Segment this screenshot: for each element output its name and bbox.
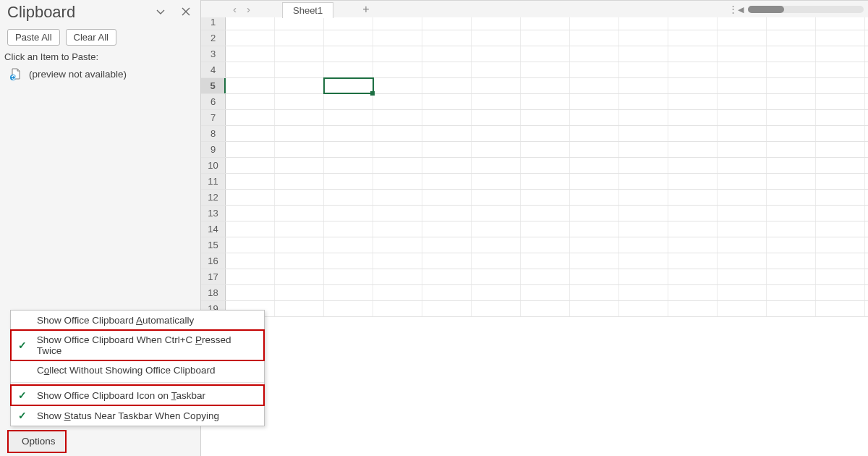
cell[interactable] bbox=[422, 46, 472, 62]
row-header[interactable]: 12 bbox=[201, 190, 226, 205]
cell[interactable] bbox=[521, 221, 570, 237]
cell[interactable] bbox=[668, 285, 718, 300]
cell[interactable] bbox=[373, 78, 422, 93]
cell[interactable] bbox=[472, 221, 521, 237]
cell[interactable] bbox=[619, 190, 668, 205]
cell[interactable] bbox=[521, 174, 570, 189]
cell[interactable] bbox=[521, 237, 570, 253]
cell[interactable] bbox=[767, 110, 816, 125]
cell[interactable] bbox=[422, 62, 472, 77]
cell[interactable] bbox=[275, 126, 324, 141]
cell[interactable] bbox=[570, 269, 619, 284]
row-header[interactable]: 2 bbox=[201, 30, 226, 46]
cell[interactable] bbox=[570, 253, 619, 269]
options-menu-item[interactable]: ✓Show Office Clipboard Icon on Taskbar bbox=[11, 385, 264, 405]
cell[interactable] bbox=[767, 253, 816, 269]
cell[interactable] bbox=[668, 301, 718, 316]
cell[interactable] bbox=[619, 301, 668, 316]
cell[interactable] bbox=[767, 30, 816, 46]
cell[interactable] bbox=[816, 301, 865, 316]
cell[interactable] bbox=[373, 237, 422, 253]
options-menu-item[interactable]: ✓Show Office Clipboard When Ctrl+C Press… bbox=[11, 330, 264, 360]
cell[interactable] bbox=[324, 206, 373, 221]
cell[interactable] bbox=[668, 30, 718, 46]
cell[interactable] bbox=[816, 237, 865, 253]
cell[interactable] bbox=[570, 221, 619, 237]
cell[interactable] bbox=[324, 158, 373, 173]
cell[interactable] bbox=[472, 269, 521, 284]
cell[interactable] bbox=[324, 174, 373, 189]
cell[interactable] bbox=[816, 62, 865, 77]
cell[interactable] bbox=[619, 269, 668, 284]
cell[interactable] bbox=[718, 301, 767, 316]
cell[interactable] bbox=[816, 206, 865, 221]
cell[interactable] bbox=[226, 253, 275, 269]
row-header[interactable]: 13 bbox=[201, 206, 226, 221]
horizontal-scrollbar[interactable]: ◀ ▶ bbox=[748, 6, 864, 13]
cell[interactable] bbox=[718, 126, 767, 141]
cell[interactable] bbox=[373, 206, 422, 221]
cell[interactable] bbox=[570, 94, 619, 109]
cell[interactable] bbox=[718, 46, 767, 62]
cell[interactable] bbox=[373, 269, 422, 284]
cell[interactable] bbox=[767, 174, 816, 189]
cell[interactable] bbox=[668, 142, 718, 157]
row-header[interactable]: 18 bbox=[201, 285, 226, 300]
cell[interactable] bbox=[422, 221, 472, 237]
cell[interactable] bbox=[570, 285, 619, 300]
cell[interactable] bbox=[275, 94, 324, 109]
cell[interactable] bbox=[767, 46, 816, 62]
cell[interactable] bbox=[422, 94, 472, 109]
row-header[interactable]: 10 bbox=[201, 158, 226, 173]
cell[interactable] bbox=[275, 221, 324, 237]
cell[interactable] bbox=[472, 253, 521, 269]
cell[interactable] bbox=[718, 158, 767, 173]
options-menu-item[interactable]: ✓Show Status Near Taskbar When Copying bbox=[11, 405, 264, 426]
cell[interactable] bbox=[570, 142, 619, 157]
cell[interactable] bbox=[816, 126, 865, 141]
cell[interactable] bbox=[275, 158, 324, 173]
cell[interactable] bbox=[521, 142, 570, 157]
cell[interactable] bbox=[816, 94, 865, 109]
cell[interactable] bbox=[226, 142, 275, 157]
chevron-down-icon[interactable] bbox=[153, 5, 169, 20]
cell[interactable] bbox=[668, 78, 718, 93]
cell[interactable] bbox=[275, 190, 324, 205]
cell[interactable] bbox=[570, 126, 619, 141]
row-header[interactable]: 4 bbox=[201, 62, 226, 77]
cell[interactable] bbox=[718, 142, 767, 157]
options-menu-item[interactable]: Collect Without Showing Office Clipboard bbox=[11, 360, 264, 380]
cell[interactable] bbox=[521, 253, 570, 269]
cell[interactable] bbox=[816, 110, 865, 125]
cell[interactable] bbox=[521, 285, 570, 300]
cell[interactable] bbox=[472, 158, 521, 173]
cell[interactable] bbox=[275, 142, 324, 157]
cell[interactable] bbox=[570, 301, 619, 316]
cell[interactable] bbox=[422, 78, 472, 93]
cell[interactable] bbox=[570, 30, 619, 46]
cell[interactable] bbox=[422, 142, 472, 157]
cell[interactable] bbox=[226, 46, 275, 62]
row-header[interactable]: 5 bbox=[201, 78, 226, 93]
cell[interactable] bbox=[521, 126, 570, 141]
cell[interactable] bbox=[718, 237, 767, 253]
cell[interactable] bbox=[373, 46, 422, 62]
cell[interactable] bbox=[472, 285, 521, 300]
cell[interactable] bbox=[570, 78, 619, 93]
cell[interactable] bbox=[472, 190, 521, 205]
cell[interactable] bbox=[521, 62, 570, 77]
cell[interactable] bbox=[668, 126, 718, 141]
cell[interactable] bbox=[767, 206, 816, 221]
clipboard-item[interactable]: (preview not available) bbox=[0, 64, 200, 84]
cell[interactable] bbox=[668, 94, 718, 109]
cell[interactable] bbox=[570, 110, 619, 125]
cell[interactable] bbox=[521, 269, 570, 284]
cell[interactable] bbox=[373, 174, 422, 189]
cell[interactable] bbox=[767, 78, 816, 93]
cell[interactable] bbox=[619, 78, 668, 93]
cell[interactable] bbox=[570, 174, 619, 189]
options-button[interactable]: Options bbox=[7, 430, 67, 453]
cell[interactable] bbox=[718, 30, 767, 46]
cell[interactable] bbox=[226, 174, 275, 189]
cell[interactable] bbox=[718, 190, 767, 205]
